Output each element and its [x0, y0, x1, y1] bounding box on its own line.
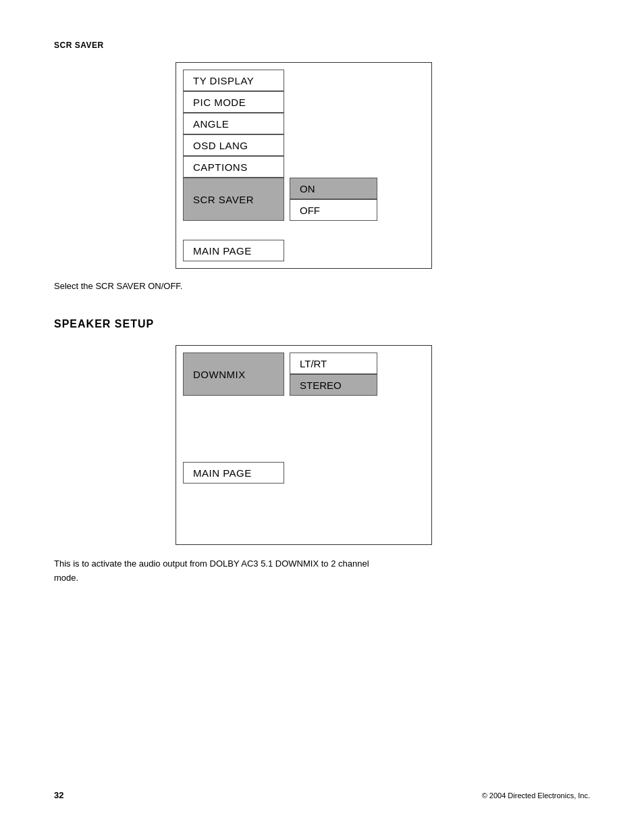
- menu-row-downmix: DOWNMIX LT/RT STEREO: [183, 353, 425, 396]
- menu-row-osd-lang: OSD LANG: [183, 134, 425, 156]
- scr-saver-menu-container: TY DISPLAY PIC MODE ANGLE OSD LANG CAPTI…: [176, 62, 432, 269]
- speaker-setup-heading: SPEAKER SETUP: [54, 318, 590, 330]
- scr-saver-sub-col: ON OFF: [287, 178, 377, 221]
- menu-item-pic-mode[interactable]: PIC MODE: [183, 91, 284, 113]
- copyright: © 2004 Directed Electronics, Inc.: [482, 791, 590, 800]
- footer: 32 © 2004 Directed Electronics, Inc.: [54, 790, 590, 800]
- menu-spacer-2: [183, 228, 425, 234]
- menu-item-captions[interactable]: CAPTIONS: [183, 156, 284, 178]
- page-number: 32: [54, 790, 63, 800]
- sub-item-off[interactable]: OFF: [290, 199, 377, 221]
- menu-row-captions: CAPTIONS: [183, 156, 425, 178]
- menu-item-downmix[interactable]: DOWNMIX: [183, 353, 284, 396]
- sub-item-ltrt[interactable]: LT/RT: [290, 353, 377, 374]
- speaker-setup-section: SPEAKER SETUP DOWNMIX LT/RT STEREO MAIN …: [54, 318, 590, 585]
- speaker-description: This is to activate the audio output fro…: [54, 557, 590, 585]
- scr-saver-section: SCR SAVER TY DISPLAY PIC MODE ANGLE OSD …: [54, 41, 590, 291]
- menu-item-osd-lang[interactable]: OSD LANG: [183, 134, 284, 156]
- menu-row-pic-mode: PIC MODE: [183, 91, 425, 113]
- menu-row-main-page-2: MAIN PAGE: [183, 462, 425, 484]
- menu-row-scr-saver: SCR SAVER ON OFF: [183, 178, 425, 221]
- sub-item-stereo[interactable]: STEREO: [290, 374, 377, 396]
- menu-item-angle[interactable]: ANGLE: [183, 113, 284, 134]
- sub-item-on[interactable]: ON: [290, 178, 377, 199]
- speaker-bottom-spacer: [183, 484, 425, 538]
- speaker-description-line2: mode.: [54, 573, 78, 583]
- scr-saver-description: Select the SCR SAVER ON/OFF.: [54, 281, 590, 291]
- speaker-description-line1: This is to activate the audio output fro…: [54, 558, 369, 569]
- menu-row-angle: ANGLE: [183, 113, 425, 134]
- menu-item-main-page-1[interactable]: MAIN PAGE: [183, 240, 284, 261]
- menu-row-ty-display: TY DISPLAY: [183, 70, 425, 91]
- menu-item-scr-saver[interactable]: SCR SAVER: [183, 178, 284, 221]
- speaker-spacer: [183, 396, 425, 457]
- downmix-sub-col: LT/RT STEREO: [287, 353, 377, 396]
- scr-saver-heading: SCR SAVER: [54, 41, 590, 50]
- speaker-setup-menu-container: DOWNMIX LT/RT STEREO MAIN PAGE: [176, 345, 432, 545]
- menu-item-ty-display[interactable]: TY DISPLAY: [183, 70, 284, 91]
- menu-row-main-page-1: MAIN PAGE: [183, 240, 425, 261]
- menu-item-main-page-2[interactable]: MAIN PAGE: [183, 462, 284, 484]
- menu-spacer-1: [183, 221, 425, 228]
